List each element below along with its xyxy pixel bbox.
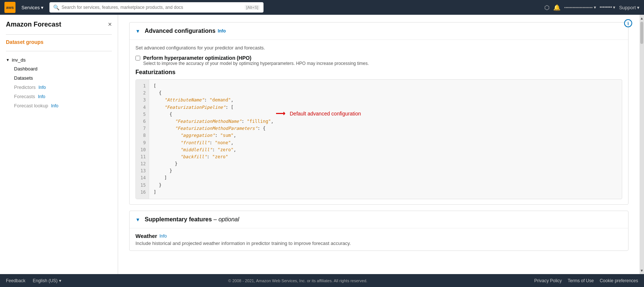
sidebar-predictors-label: Predictors — [14, 84, 36, 90]
privacy-policy-link[interactable]: Privacy Policy — [534, 278, 562, 283]
sidebar-group-header[interactable]: ▼ inv_ds — [6, 56, 112, 64]
hpo-label: Perform hyperparameter optimization (HPO… — [143, 55, 369, 61]
sidebar-header: Amazon Forecast × — [0, 21, 118, 33]
advanced-config-header: ▼ Advanced configurations Info — [130, 23, 628, 40]
top-navigation: aws Services ▾ 🔍 [Alt+S] ⬡ 🔔 •••••••••••… — [0, 0, 644, 15]
cookie-preferences-link[interactable]: Cookie preferences — [600, 278, 638, 283]
copyright-text: © 2008 - 2021, Amazon Web Services, Inc.… — [69, 279, 527, 283]
weather-desc: Include historical and projected weather… — [130, 241, 628, 250]
support-label: Support — [619, 5, 636, 10]
main-layout: Amazon Forecast × Dataset groups ▼ inv_d… — [0, 15, 644, 274]
scroll-down-arrow[interactable]: ▼ — [640, 269, 644, 273]
sidebar-divider — [6, 34, 112, 35]
terms-of-use-link[interactable]: Terms of Use — [568, 278, 594, 283]
aws-logo-icon: aws — [4, 2, 16, 13]
hpo-text: Perform hyperparameter optimization (HPO… — [143, 55, 369, 66]
advanced-config-subtitle: Set advanced configurations for your pre… — [135, 45, 622, 51]
sidebar-title: Amazon Forecast — [6, 21, 61, 28]
language-selector[interactable]: English (US) ▾ — [33, 278, 61, 283]
terminal-icon-button[interactable]: ⬡ — [544, 4, 550, 11]
sidebar: Amazon Forecast × Dataset groups ▼ inv_d… — [0, 15, 118, 274]
weather-info-link[interactable]: Info — [159, 234, 167, 239]
forecasts-info-link[interactable]: Info — [38, 94, 45, 99]
user-chevron-icon: ▾ — [594, 5, 596, 10]
predictors-info-link[interactable]: Info — [38, 85, 46, 90]
content-area: i ▼ Advanced configurations Info Set adv… — [118, 15, 640, 274]
search-input[interactable] — [62, 5, 242, 10]
aws-logo: aws — [4, 2, 16, 13]
footer: Feedback English (US) ▾ © 2008 - 2021, A… — [0, 274, 644, 287]
sidebar-item-forecast-lookup[interactable]: Forecast lookup Info — [6, 101, 112, 110]
advanced-config-title: Advanced configurations Info — [145, 28, 226, 34]
sidebar-item-dashboard[interactable]: Dashboard — [6, 64, 112, 73]
hpo-row: Perform hyperparameter optimization (HPO… — [135, 55, 622, 66]
language-chevron-icon: ▾ — [59, 278, 61, 283]
services-label: Services — [21, 5, 40, 10]
weather-header: Weather Info — [130, 228, 628, 241]
region-label: •••••••• — [600, 5, 612, 10]
region-menu[interactable]: •••••••• ▾ — [600, 5, 616, 10]
scroll-up-arrow[interactable]: ▲ — [640, 16, 644, 20]
annotation-arrow-icon: ⟶ — [276, 110, 285, 118]
sidebar-forecasts-label: Forecasts — [14, 94, 35, 99]
code-content: [ { "AttributeName": "demand", "Featuriz… — [149, 80, 622, 199]
footer-links: Privacy Policy Terms of Use Cookie prefe… — [534, 278, 638, 283]
language-label: English (US) — [33, 278, 58, 283]
region-chevron-icon: ▾ — [613, 5, 615, 10]
supplementary-title-text: Supplementary features — [145, 216, 212, 222]
code-block: 12345678910111213141516 [ { "AttributeNa… — [135, 79, 622, 199]
sidebar-close-button[interactable]: × — [108, 21, 112, 28]
info-circle-button[interactable]: i — [624, 19, 632, 27]
search-shortcut: [Alt+S] — [245, 5, 260, 10]
content-scrollbar[interactable]: ▲ ▼ — [640, 15, 644, 274]
sidebar-forecast-lookup-label: Forecast lookup — [14, 103, 48, 108]
annotation-text: Default advanced configuration — [290, 111, 361, 117]
annotation: ⟶ Default advanced configuration — [276, 110, 361, 118]
forecast-lookup-info-link[interactable]: Info — [51, 103, 58, 108]
sidebar-group-inv-ds: ▼ inv_ds Dashboard Datasets Predictors I… — [0, 56, 118, 110]
advanced-config-info-link[interactable]: Info — [218, 28, 226, 34]
hpo-desc: Select to improve the accuracy of your m… — [143, 61, 369, 66]
weather-title: Weather — [135, 233, 157, 239]
supplementary-body: Weather Info Include historical and proj… — [130, 228, 628, 250]
search-bar: 🔍 [Alt+S] — [49, 2, 264, 13]
hpo-checkbox[interactable] — [135, 56, 140, 60]
advanced-config-title-text: Advanced configurations — [145, 28, 216, 34]
user-account-menu[interactable]: •••••••••••••••••••• ▾ — [564, 5, 596, 10]
sidebar-divider-2 — [6, 51, 112, 51]
advanced-config-body: Set advanced configurations for your pre… — [130, 40, 628, 204]
section-collapse-button[interactable]: ▼ — [135, 28, 140, 34]
advanced-configurations-section: ▼ Advanced configurations Info Set advan… — [129, 22, 628, 205]
sidebar-item-forecasts[interactable]: Forecasts Info — [6, 92, 112, 101]
sidebar-item-predictors[interactable]: Predictors Info — [6, 83, 112, 92]
services-chevron-icon: ▾ — [41, 5, 44, 10]
services-menu-button[interactable]: Services ▾ — [18, 3, 47, 12]
supplementary-collapse-button[interactable]: ▼ — [135, 217, 140, 222]
supplementary-title: Supplementary features – optional — [145, 216, 239, 223]
feedback-link[interactable]: Feedback — [6, 278, 25, 283]
line-numbers: 12345678910111213141516 — [136, 80, 149, 199]
sidebar-group-label: inv_ds — [12, 57, 26, 63]
nav-icons: ⬡ 🔔 •••••••••••••••••••• ▾ •••••••• ▾ Su… — [544, 4, 640, 11]
chevron-down-icon: ▼ — [6, 58, 10, 62]
sidebar-item-datasets[interactable]: Datasets — [6, 73, 112, 83]
supplementary-optional: – optional — [214, 216, 239, 222]
featurizations-title: Featurizations — [135, 69, 622, 76]
sidebar-item-dataset-groups[interactable]: Dataset groups — [0, 39, 118, 49]
supplementary-header: ▼ Supplementary features – optional — [130, 211, 628, 228]
support-chevron-icon: ▾ — [637, 5, 640, 10]
supplementary-features-section: ▼ Supplementary features – optional Weat… — [129, 211, 628, 251]
bell-icon-button[interactable]: 🔔 — [553, 4, 561, 11]
support-menu[interactable]: Support ▾ — [619, 5, 640, 10]
scroll-thumb[interactable] — [640, 22, 643, 44]
search-icon: 🔍 — [53, 4, 59, 10]
user-account-label: •••••••••••••••••••• — [564, 5, 593, 10]
